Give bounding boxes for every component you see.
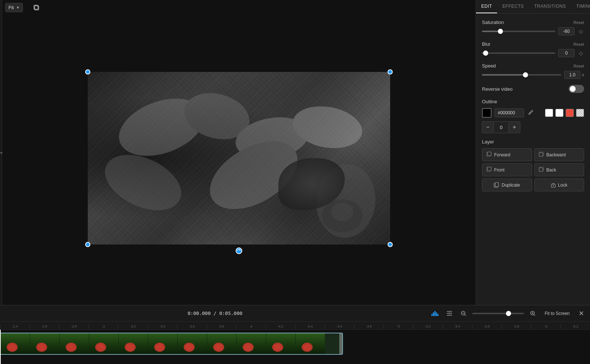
zoom-slider[interactable] [472,313,524,314]
svg-point-12 [529,114,530,114]
saturation-keyframe[interactable]: ◇ [577,28,584,35]
clip-frame-1 [30,333,60,354]
duplicate-label: Duplicate [502,183,520,188]
saturation-reset[interactable]: Reset [573,20,584,25]
preset-red[interactable] [566,109,574,117]
outline-num-row: − 0 + [482,121,584,133]
timeline-toolbar: 0:00.000 / 0:05.000 [0,305,590,322]
blur-slider[interactable] [482,52,555,54]
layer-section: Layer Forward [482,139,584,191]
svg-point-10 [331,203,353,221]
blur-keyframe[interactable]: ◇ [577,50,584,56]
ruler-mark-16: :5.6 [472,325,502,329]
playhead[interactable] [0,330,1,364]
svg-rect-22 [495,183,499,187]
handle-bottom-right[interactable] [388,242,393,247]
duplicate-button[interactable]: Duplicate [482,178,532,191]
ruler-mark-2: :2.8 [59,325,88,329]
saturation-label: Saturation [482,20,504,25]
outline-hex: #000000 [494,108,524,117]
clip-frame-9 [266,333,296,354]
preset-checker[interactable] [576,109,584,117]
layer-grid: Forward Backward [482,148,584,176]
handle-bottom-left[interactable] [85,242,90,247]
copy-button[interactable] [32,3,41,14]
layer-backward-button[interactable]: Backward [534,148,584,161]
blur-prop: Blur Reset 0 ◇ [482,41,584,57]
outline-color-row: #000000 [482,108,584,118]
speed-label: Speed [482,63,496,69]
blur-label: Blur [482,41,490,47]
ruler-mark-3: :3 [88,325,118,329]
ruler-mark-7: :3.8 [206,325,236,329]
reverse-video-toggle[interactable] [569,85,584,93]
ruler-mark-14: :5.2 [413,325,442,329]
outline-color-swatch[interactable] [482,108,492,118]
outline-decrease[interactable]: − [482,121,494,133]
clip-frame-2 [60,333,89,354]
ruler-mark-18: :6 [531,325,560,329]
dup-lock-row: Duplicate Lock [482,178,584,191]
timeline-ruler: :2.4 :2.6 :2.8 :3 :3.2 :3.4 :3.6 :3.8 :4… [0,322,590,330]
timeline-area: 0:00.000 / 0:05.000 [0,305,590,364]
split-button[interactable] [444,308,455,319]
fit-to-screen-button[interactable]: Fit to Screen [542,309,573,318]
layer-forward-button[interactable]: Forward [482,148,532,161]
svg-rect-14 [487,152,491,156]
video-track [0,333,590,355]
timeline-tracks [0,330,590,364]
zoom-thumb[interactable] [506,311,511,316]
speed-slider[interactable] [482,74,561,76]
fit-dropdown[interactable]: Fit ▼ [5,3,23,12]
ruler-mark-13: :5 [384,325,413,329]
handle-top-left[interactable] [85,69,90,74]
front-icon [486,166,492,173]
speed-prop: Speed Reset 1.0 x [482,63,584,79]
clip-end-handle[interactable] [339,333,342,354]
svg-line-34 [465,315,466,316]
track-clip[interactable] [0,333,343,355]
tab-edit[interactable]: EDIT [476,0,497,13]
clip-frame-4 [119,333,148,354]
tab-timing[interactable]: TIMING [571,0,590,13]
svg-line-38 [534,315,535,316]
close-timeline-button[interactable]: ✕ [577,308,586,319]
zoom-out-button[interactable] [459,309,468,318]
saturation-value: -60 [558,27,575,35]
zoom-in-button[interactable] [528,309,537,318]
outline-increase[interactable]: + [509,121,520,133]
audio-wave-button[interactable] [430,309,440,318]
eyedropper-button[interactable] [527,109,534,117]
rotate-handle[interactable] [236,247,242,254]
layer-back-button[interactable]: Back [534,163,584,176]
saturation-slider[interactable] [482,31,555,32]
lock-label: Lock [558,183,567,188]
preset-white-fill[interactable] [555,109,563,117]
backward-label: Backward [546,152,566,157]
wave-icon [431,311,438,316]
speed-reset[interactable]: Reset [573,64,584,68]
video-frame: ▐▌▐▌▐▌▐ [88,72,390,245]
outline-section: Outline #000000 [482,99,584,133]
clip-frame-10 [296,333,325,354]
toggle-thumb [570,86,576,92]
tab-effects[interactable]: EFFECTS [497,0,529,13]
reverse-video-row: Reverse video [482,85,584,93]
preset-white-outline[interactable] [545,109,553,117]
panel-tabs: EDIT EFFECTS TRANSITIONS TIMING [476,0,590,14]
tab-transitions[interactable]: TRANSITIONS [529,0,571,13]
speed-value: 1.0 [564,71,580,79]
layer-front-button[interactable]: Front [482,163,532,176]
clip-frame-8 [237,333,266,354]
blur-reset[interactable]: Reset [573,42,584,46]
ruler-mark-0: :2.4 [0,325,30,329]
video-canvas: ▐▌▐▌▐▌▐ [88,72,390,245]
svg-rect-18 [487,167,491,171]
lock-button[interactable]: Lock [534,178,584,191]
clip-frame-7 [207,333,237,354]
svg-point-24 [553,186,553,186]
time-display: 0:00.000 / 0:05.000 [4,311,426,316]
handle-top-right[interactable] [388,69,393,74]
layer-title: Layer [482,139,584,145]
ruler-mark-15: :5.4 [442,325,472,329]
